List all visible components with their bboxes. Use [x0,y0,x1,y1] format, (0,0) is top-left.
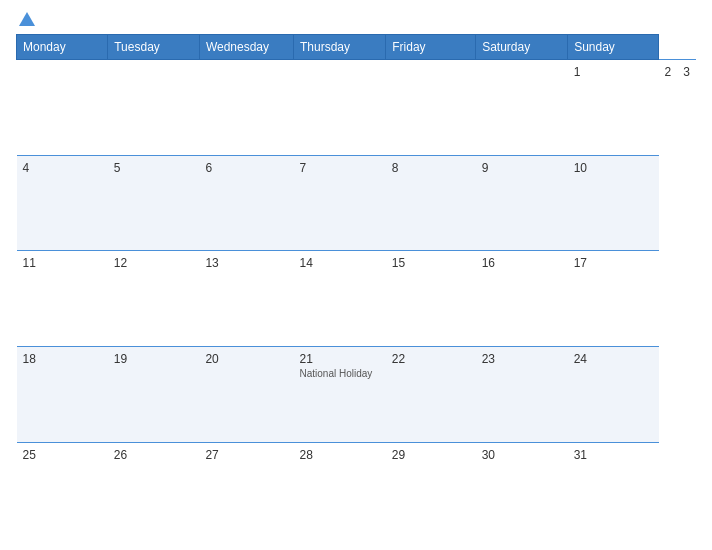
day-cell: 9 [476,155,568,251]
weekday-header-saturday: Saturday [476,35,568,60]
day-cell: 5 [108,155,200,251]
day-number: 1 [574,65,653,79]
day-cell: 1 [568,60,659,156]
day-cell: 23 [476,347,568,443]
logo-triangle-icon [19,12,35,26]
day-cell: 13 [199,251,293,347]
calendar-header [16,12,696,28]
week-row-5: 25262728293031 [17,442,697,538]
weekday-header-friday: Friday [386,35,476,60]
calendar-tbody: 123456789101112131415161718192021Nationa… [17,60,697,539]
day-cell: 26 [108,442,200,538]
day-cell: 3 [677,60,696,156]
day-number: 22 [392,352,470,366]
day-cell: 4 [17,155,108,251]
weekday-header-tuesday: Tuesday [108,35,200,60]
day-number: 30 [482,448,562,462]
day-number: 4 [23,161,102,175]
day-number: 26 [114,448,194,462]
day-number: 13 [205,256,287,270]
day-cell: 22 [386,347,476,443]
weekday-header-thursday: Thursday [293,35,385,60]
day-number: 12 [114,256,194,270]
day-cell: 10 [568,155,659,251]
day-cell [476,60,568,156]
logo [16,12,35,28]
day-cell: 21National Holiday [293,347,385,443]
day-cell: 6 [199,155,293,251]
day-number: 23 [482,352,562,366]
day-cell: 7 [293,155,385,251]
day-cell [293,60,385,156]
day-cell: 24 [568,347,659,443]
day-cell: 12 [108,251,200,347]
day-number: 28 [299,448,379,462]
day-cell: 28 [293,442,385,538]
day-cell: 31 [568,442,659,538]
weekday-header-wednesday: Wednesday [199,35,293,60]
weekday-header-row: MondayTuesdayWednesdayThursdayFridaySatu… [17,35,697,60]
day-cell: 27 [199,442,293,538]
day-cell: 19 [108,347,200,443]
day-number: 24 [574,352,653,366]
day-number: 10 [574,161,653,175]
weekday-header-sunday: Sunday [568,35,659,60]
day-number: 15 [392,256,470,270]
day-number: 2 [665,65,672,79]
day-number: 9 [482,161,562,175]
day-number: 7 [299,161,379,175]
day-number: 11 [23,256,102,270]
day-number: 18 [23,352,102,366]
day-cell: 2 [659,60,678,156]
day-cell: 29 [386,442,476,538]
day-number: 16 [482,256,562,270]
week-row-3: 11121314151617 [17,251,697,347]
calendar-table: MondayTuesdayWednesdayThursdayFridaySatu… [16,34,696,538]
day-number: 6 [205,161,287,175]
day-number: 19 [114,352,194,366]
weekday-header-monday: Monday [17,35,108,60]
day-number: 5 [114,161,194,175]
day-number: 14 [299,256,379,270]
holiday-label: National Holiday [299,368,379,379]
day-number: 27 [205,448,287,462]
day-number: 25 [23,448,102,462]
day-cell: 17 [568,251,659,347]
day-cell [199,60,293,156]
day-cell: 30 [476,442,568,538]
day-cell [386,60,476,156]
week-row-2: 45678910 [17,155,697,251]
day-cell: 25 [17,442,108,538]
day-cell: 18 [17,347,108,443]
day-cell [108,60,200,156]
day-number: 17 [574,256,653,270]
day-cell: 11 [17,251,108,347]
day-cell: 8 [386,155,476,251]
calendar-thead: MondayTuesdayWednesdayThursdayFridaySatu… [17,35,697,60]
day-number: 21 [299,352,379,366]
day-cell: 16 [476,251,568,347]
day-cell: 15 [386,251,476,347]
day-cell [17,60,108,156]
day-number: 8 [392,161,470,175]
day-number: 29 [392,448,470,462]
day-cell: 14 [293,251,385,347]
day-cell: 20 [199,347,293,443]
calendar-container: MondayTuesdayWednesdayThursdayFridaySatu… [0,0,712,550]
week-row-4: 18192021National Holiday222324 [17,347,697,443]
day-number: 20 [205,352,287,366]
day-number: 3 [683,65,690,79]
week-row-1: 123 [17,60,697,156]
day-number: 31 [574,448,653,462]
